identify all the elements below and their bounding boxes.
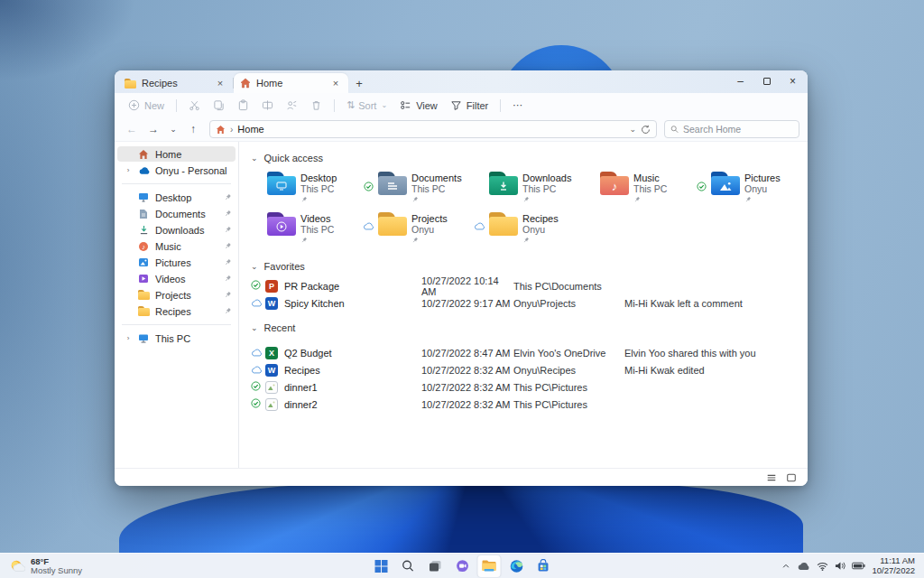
- more-options-button[interactable]: ⋯: [507, 97, 528, 114]
- taskbar: 68°F Mostly Sunny 11: [0, 553, 924, 578]
- file-location: Onyu\Projects: [513, 298, 624, 309]
- battery-icon[interactable]: [852, 562, 865, 570]
- sidebar-item-recipes[interactable]: Recipes: [117, 303, 236, 319]
- tab-close-icon[interactable]: ×: [329, 78, 342, 89]
- show-hidden-icons-chevron[interactable]: [781, 562, 790, 571]
- weather-condition: Mostly Sunny: [31, 565, 82, 575]
- search-input[interactable]: [683, 124, 793, 135]
- chat-button[interactable]: [451, 555, 474, 577]
- file-explorer-button[interactable]: [478, 555, 501, 577]
- wifi-icon[interactable]: [817, 562, 828, 571]
- tab-recipes[interactable]: Recipes ×: [118, 73, 233, 93]
- onedrive-tray-icon[interactable]: [797, 562, 810, 571]
- maximize-button[interactable]: [753, 70, 780, 92]
- tile-documents[interactable]: Documents This PC: [362, 171, 473, 207]
- sidebar-item-projects[interactable]: Projects: [117, 287, 236, 303]
- sidebar-item-videos[interactable]: Videos: [117, 271, 236, 286]
- section-recent-header[interactable]: ⌄ Recent: [251, 319, 808, 337]
- pin-icon: [411, 196, 419, 203]
- store-button[interactable]: [532, 555, 555, 577]
- sidebar-item-pictures[interactable]: Pictures: [117, 255, 236, 270]
- paste-button[interactable]: [232, 97, 254, 114]
- collapse-chevron-icon[interactable]: ⌄: [251, 323, 258, 332]
- breadcrumb[interactable]: Home: [237, 124, 263, 135]
- file-row[interactable]: X Q2 Budget 10/27/2022 8:47 AM Elvin Yoo…: [251, 344, 808, 361]
- weather-widget[interactable]: 68°F Mostly Sunny: [0, 557, 180, 575]
- tile-location: Onyu: [522, 224, 545, 235]
- tile-downloads[interactable]: Downloads This PC: [473, 171, 584, 207]
- chat-icon: [455, 559, 469, 573]
- file-row[interactable]: dinner2 10/27/2022 8:32 AM This PC\Pictu…: [251, 396, 808, 413]
- tile-music[interactable]: ♪ Music This PC: [584, 171, 695, 207]
- sidebar-label: Desktop: [155, 192, 218, 203]
- search-button[interactable]: [397, 555, 420, 577]
- details-view-icon[interactable]: [766, 472, 777, 483]
- file-row[interactable]: P PR Package 10/27/2022 10:14 AM This PC…: [251, 277, 808, 294]
- sidebar-item-home[interactable]: Home: [117, 146, 236, 162]
- tile-pictures[interactable]: Pictures Onyu: [695, 171, 806, 207]
- tile-location: Onyu: [411, 224, 434, 235]
- sidebar-item-music[interactable]: ♪ Music: [117, 238, 236, 254]
- sidebar-item-this-pc[interactable]: › This PC: [117, 331, 236, 346]
- section-quick-access-header[interactable]: ⌄ Quick access: [251, 149, 808, 167]
- edge-button[interactable]: [505, 555, 528, 577]
- recent-locations-button[interactable]: ⌄: [166, 125, 180, 134]
- minimize-button[interactable]: –: [727, 70, 753, 92]
- collapse-chevron-icon[interactable]: ⌄: [251, 262, 258, 271]
- file-row[interactable]: W Recipes 10/27/2022 8:32 AM Onyu\Recipe…: [251, 361, 808, 378]
- view-label: View: [416, 100, 438, 111]
- search-box[interactable]: [664, 120, 799, 138]
- tile-videos[interactable]: Videos This PC: [251, 211, 362, 247]
- sidebar-item-desktop[interactable]: Desktop: [117, 190, 236, 205]
- maximize-icon: [763, 78, 771, 85]
- sidebar-item-documents[interactable]: Documents: [117, 206, 236, 221]
- pin-icon: [224, 242, 232, 250]
- refresh-icon[interactable]: [641, 125, 651, 135]
- new-button[interactable]: New: [123, 97, 170, 114]
- synced-icon: [251, 381, 261, 391]
- delete-button[interactable]: [305, 97, 328, 114]
- address-bar[interactable]: › Home ⌄: [209, 120, 657, 138]
- back-button[interactable]: ←: [123, 123, 141, 135]
- cloud-status-icon: [363, 222, 374, 230]
- expand-chevron-icon[interactable]: ›: [125, 334, 132, 342]
- cut-button[interactable]: [183, 97, 206, 114]
- close-button[interactable]: ×: [780, 70, 806, 92]
- sidebar-label: Pictures: [155, 257, 218, 268]
- tab-label: Recipes: [142, 78, 208, 89]
- sort-button[interactable]: ⇅ Sort ⌄: [341, 97, 393, 114]
- collapse-chevron-icon[interactable]: ⌄: [251, 154, 258, 163]
- view-button[interactable]: View: [394, 97, 443, 114]
- clock[interactable]: 11:11 AM 10/27/2022: [872, 556, 915, 575]
- up-button[interactable]: ↑: [184, 123, 202, 135]
- toolbar-separator: [500, 99, 501, 112]
- thumbnails-view-icon[interactable]: [786, 472, 797, 483]
- section-favorites-header[interactable]: ⌄ Favorites: [251, 257, 808, 275]
- new-tab-button[interactable]: +: [348, 73, 370, 93]
- tile-recipes[interactable]: Recipes Onyu: [473, 211, 584, 247]
- copy-button[interactable]: [208, 97, 230, 114]
- filter-button[interactable]: Filter: [445, 97, 494, 114]
- rename-button[interactable]: [256, 97, 279, 114]
- tab-home[interactable]: Home ×: [234, 73, 348, 93]
- start-button[interactable]: [370, 555, 393, 577]
- sidebar-item-downloads[interactable]: Downloads: [117, 222, 236, 238]
- share-button[interactable]: [281, 97, 303, 114]
- file-row[interactable]: dinner1 10/27/2022 8:32 AM This PC\Pictu…: [251, 378, 808, 396]
- tile-projects[interactable]: Projects Onyu: [362, 211, 473, 247]
- task-view-button[interactable]: [424, 555, 447, 577]
- sidebar-label: Downloads: [155, 225, 218, 236]
- forward-button[interactable]: →: [144, 123, 162, 135]
- sidebar-label: This PC: [155, 333, 232, 344]
- tile-name: Music: [633, 172, 660, 183]
- tile-desktop[interactable]: Desktop This PC: [251, 171, 362, 207]
- tab-strip: Recipes × Home × + – ×: [115, 70, 808, 93]
- sidebar-label: Recipes: [155, 306, 218, 317]
- rename-icon: [262, 99, 273, 111]
- sidebar-item-onedrive[interactable]: › Onyu - Personal: [117, 163, 236, 178]
- file-row[interactable]: W Spicy Kitchen 10/27/2022 9:17 AM Onyu\…: [251, 294, 808, 312]
- expand-chevron-icon[interactable]: ›: [125, 166, 132, 174]
- tab-close-icon[interactable]: ×: [214, 78, 226, 89]
- volume-icon[interactable]: [835, 561, 845, 571]
- address-dropdown-icon[interactable]: ⌄: [629, 125, 636, 134]
